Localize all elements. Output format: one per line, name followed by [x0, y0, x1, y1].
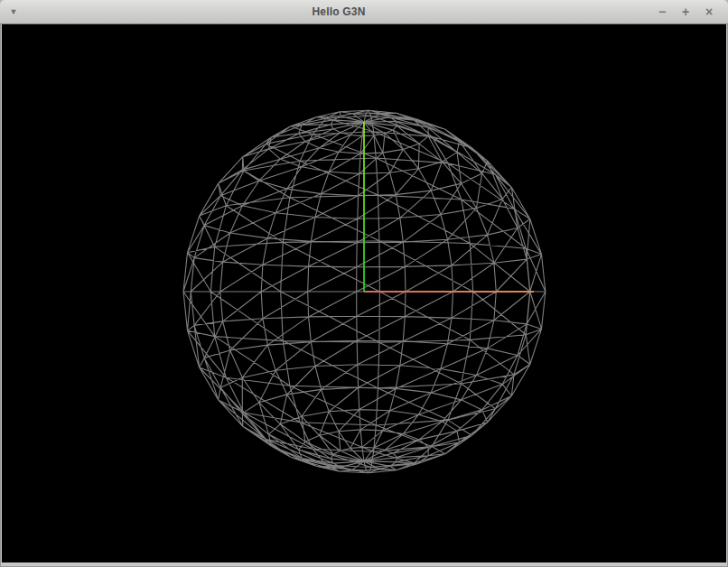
window-title: Hello G3N	[27, 5, 650, 18]
window-controls: − + ×	[650, 0, 728, 23]
minimize-icon: −	[658, 5, 666, 19]
close-icon: ×	[705, 5, 713, 19]
window-menu-button[interactable]: ▼	[0, 0, 27, 23]
scene-svg[interactable]	[2, 24, 726, 562]
gl-viewport[interactable]	[2, 24, 726, 562]
maximize-icon: +	[682, 5, 689, 19]
app-window: ▼ Hello G3N − + ×	[0, 0, 728, 567]
window-menu-icon: ▼	[10, 7, 18, 16]
titlebar[interactable]: ▼ Hello G3N − + ×	[0, 0, 728, 24]
minimize-button[interactable]: −	[650, 0, 674, 23]
maximize-button[interactable]: +	[674, 0, 697, 23]
close-button[interactable]: ×	[697, 0, 721, 23]
